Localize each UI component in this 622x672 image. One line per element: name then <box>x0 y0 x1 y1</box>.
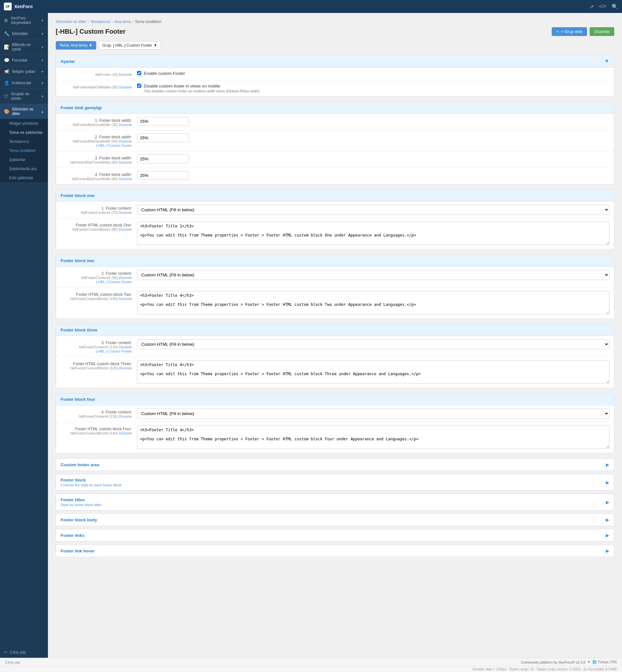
search-icon[interactable]: 🔍 <box>612 4 618 10</box>
sidebar-submenu-sablonlar[interactable]: Şablonlar <box>0 155 48 164</box>
hblfooter-hide-control: Disable custom footer in views on mobile… <box>137 83 609 93</box>
footer-block-body-row[interactable]: Footer block body ▶ <box>56 513 614 526</box>
footer-content-4-label: 4. Footer content: hblFooterContent4 (13… <box>61 409 132 418</box>
sidebar-item-eklentiler[interactable]: 🔧 Eklentiler ▼ <box>0 28 48 39</box>
block-width-4-meta: hblFooterBlokFourWidth (60) Düzenle <box>61 177 132 181</box>
block-width-3-input[interactable] <box>137 155 189 163</box>
sidebar-submenu-sablonlarda-ara[interactable]: Şablonlarda ara <box>0 164 48 173</box>
sidebar-submenu-widget-yoneticisi[interactable]: Widget yöneticisi <box>0 119 48 128</box>
footer-content-2-select[interactable]: Custom HTML (Fill in below) <box>137 270 609 280</box>
footer-block-one-body: 1. Footer content: hblFooterContent1 (70… <box>56 202 614 249</box>
block-width-3-control <box>137 155 609 163</box>
footer-titles-row[interactable]: Footer titles Style for footer block tit… <box>56 494 614 510</box>
sidebar-submenu-temalanriniz[interactable]: Temalarınız <box>0 137 48 146</box>
block-width-2-main: 2. Footer block width: <box>61 135 132 139</box>
footer-html-1-textarea[interactable]: <h3>Footer Title 1</h3> <p>You can edit … <box>137 222 609 245</box>
block-width-4-link[interactable]: Düzenle <box>119 177 132 181</box>
footer-html-2-link[interactable]: Düzenle <box>119 297 132 301</box>
block-width-1-link[interactable]: Düzenle <box>119 123 132 127</box>
footer-html-4-link[interactable]: Düzenle <box>119 431 132 435</box>
block-width-3-link[interactable]: Düzenle <box>119 160 132 164</box>
footer-blok-genisligi-header[interactable]: Footer blok genişligi <box>56 102 614 114</box>
sidebar-item-kullanicilar[interactable]: 👤 Kullanıcılar ▼ <box>0 77 48 89</box>
tema-filter[interactable]: Tema: Ana tema ▼ <box>56 41 96 49</box>
footer-html-3-textarea[interactable]: <h3>Footer Title 4</h3> <p>You can edit … <box>137 360 609 383</box>
hblfooter-hide-duzenle-link[interactable]: Düzenle <box>119 85 132 89</box>
footer-content-1-select[interactable]: Custom HTML (Fill in below) <box>137 205 609 215</box>
form-row-footer-content-4: 4. Footer content: hblFooterContent4 (13… <box>56 405 614 422</box>
sidebar-submenu-eski-sablonlar[interactable]: Eski şablonlar <box>0 173 48 182</box>
footer-links-title: Footer links <box>61 533 84 538</box>
custom-footer-area-row[interactable]: Custom footer area ▶ <box>56 459 614 471</box>
sidebar-submenu-tema-ve-sablonlar[interactable]: Tema ve şablonlar <box>0 128 48 137</box>
breadcrumb-ana-tema[interactable]: Ana tema <box>114 20 131 24</box>
duzenle-button[interactable]: Düzenle <box>590 27 614 36</box>
hblfooter-hide-sub: This disables custom footer on medium wi… <box>144 89 260 93</box>
footer-block-three-body: 3. Footer content: hblFooterContent3 (11… <box>56 336 614 388</box>
footer-links-row[interactable]: Footer links ▶ <box>56 529 614 541</box>
footer-block-three-header[interactable]: Footer block three <box>56 324 614 336</box>
footer-content-3-theme-link[interactable]: [-HBL-] Custom Footer <box>96 349 132 353</box>
footer-block-row[interactable]: Footer block Controls the style for each… <box>56 474 614 491</box>
footer-content-4-select[interactable]: Custom HTML (Fill in below) <box>137 409 609 418</box>
sidebar-item-gorunum[interactable]: 🎨 Görünüm ve diller ▲ <box>0 104 48 119</box>
footer-content-1-link[interactable]: Düzenle <box>119 211 132 214</box>
grup-filter[interactable]: Grup: [-HBL-] Custom Footer ▼ <box>99 41 161 49</box>
chevron-icon: ▼ <box>41 95 44 98</box>
footer-link-hover-row[interactable]: Footer link hover ▶ <box>56 545 614 557</box>
eklentiler-icon: 🔧 <box>4 31 9 36</box>
code-icon[interactable]: </> <box>599 4 607 9</box>
breadcrumb-gorunum[interactable]: Görünüm ve diller <box>56 20 87 24</box>
sidebar-item-xenforo-secenekleri[interactable]: ⚙ XenForo Seçenekleri ▼ <box>0 13 48 28</box>
hblfooter-meta: hblFooter (10) <box>95 73 118 76</box>
footer-html-3-link[interactable]: Düzenle <box>119 366 132 370</box>
footer-html-1-link[interactable]: Düzenle <box>119 228 132 231</box>
form-row-block-width-4: 4. Footer block width: hblFooterBlokFour… <box>56 168 614 184</box>
chevron-icon: ▼ <box>41 70 44 73</box>
sidebar-item-forumlar[interactable]: 💬 Forumlar ▼ <box>0 55 48 66</box>
hblfooter-hide-text: Disable custom footer in views on mobile <box>144 83 260 89</box>
sidebar-item-bbkodu[interactable]: 📝 BBkodu ve içerik ▼ <box>0 39 48 55</box>
logout-label: Çıkış yap <box>10 650 26 654</box>
footer-block-one-header[interactable]: Footer block one <box>56 190 614 202</box>
ayarlar-section-header[interactable]: Ayarlar ▼ <box>56 55 614 68</box>
block-width-2-input[interactable] <box>137 134 189 142</box>
footer-block-four-header[interactable]: Footer block four <box>56 394 614 405</box>
hblfooter-hide-checkbox[interactable] <box>137 83 141 88</box>
sidebar-footer-logout[interactable]: ↩ Çıkış yap <box>0 647 48 658</box>
footer-content-1-meta: hblFooterContent1 (70) Düzenle <box>61 211 132 214</box>
footer-html-4-main: Footer HTML custom block Four: <box>61 427 132 431</box>
sidebar-item-iletisim[interactable]: 📢 İletişim yolları ▼ <box>0 66 48 77</box>
footer-content-4-link[interactable]: Düzenle <box>119 414 132 418</box>
footer-content-2-theme-link[interactable]: [-HBL-] Custom Footer <box>96 280 132 284</box>
block-width-1-input[interactable] <box>137 117 189 126</box>
sidebar-submenu-tema-ozellikleri[interactable]: Tema özellikleri <box>0 146 48 155</box>
chevron-down-icon: ▼ <box>153 43 158 47</box>
sidebar-item-gruplar[interactable]: 🛡 Gruplar ve izinler ▼ <box>0 89 48 104</box>
footer-content-3-link[interactable]: Düzenle <box>119 345 132 349</box>
footer-html-4-textarea[interactable]: <h3>Footer Title 4</h3> <p>You can edit … <box>137 426 609 449</box>
options-icon: ⚙ <box>4 18 8 23</box>
block-width-2-link[interactable]: Düzenle <box>119 139 132 143</box>
statusbar-logout[interactable]: Çıkış yap <box>5 660 20 664</box>
footer-html-2-textarea[interactable]: <h3>Footer Title 4</h3> <p>You can edit … <box>137 291 609 314</box>
footer-content-2-main: 2. Footer content: <box>61 271 132 276</box>
grup-ekle-button[interactable]: + + Grup ekle <box>552 27 587 36</box>
footer-content-3-control: Custom HTML (Fill in below) <box>137 339 609 349</box>
breadcrumb-temalanriniz[interactable]: Temalarınız <box>91 20 110 24</box>
hblfooter-checkbox[interactable] <box>137 71 141 75</box>
hblfooter-duzenle-link[interactable]: Düzenle <box>119 73 132 76</box>
footer-content-3-select[interactable]: Custom HTML (Fill in below) <box>137 339 609 349</box>
hblfooter-hide-meta: hblFooterHideOnMobile (20) <box>73 85 119 89</box>
breadcrumb-tema-ozellikleri: Tema özellikleri <box>135 20 161 24</box>
block-width-2-theme-link[interactable]: [-HBL-] Custom Footer <box>96 143 132 147</box>
form-row-footer-html-2: Footer HTML custom block Two: hblFooterC… <box>56 288 614 318</box>
chevron-icon: ▼ <box>41 19 44 22</box>
footer-titles-row-title: Footer titles <box>61 497 101 502</box>
footer-html-3-label: Footer HTML custom block Three: hblFoote… <box>61 360 132 370</box>
block-width-4-input[interactable] <box>137 171 189 180</box>
share-icon[interactable]: ⇗ <box>590 4 594 10</box>
hblfooter-control: Enable custom Footer <box>137 71 609 76</box>
footer-block-two-header[interactable]: Footer block two <box>56 255 614 267</box>
footer-content-2-link[interactable]: Düzenle <box>119 276 132 280</box>
